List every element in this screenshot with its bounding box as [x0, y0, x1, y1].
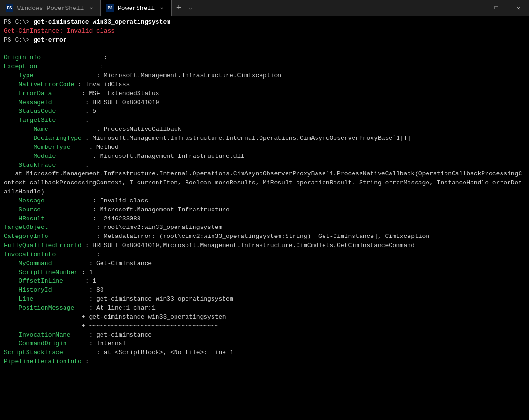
line-nativeerrorcode: NativeErrorCode : InvalidClass: [4, 81, 525, 90]
prompt-2: PS C:\>: [4, 37, 33, 44]
line-position-detail2: + ~~~~~~~~~~~~~~~~~~~~~~~~~~~~~~~~~~~: [4, 322, 525, 331]
line-pipelineiterationinfo: PipelineIterationInfo :: [4, 357, 525, 366]
terminal-output: PS C:\> get-ciminstance win33_operatings…: [0, 16, 529, 420]
line-scriptstacktrace: ScriptStackTrace : at <ScriptBlock>, <No…: [4, 348, 525, 357]
close-button[interactable]: ✕: [507, 0, 529, 16]
tab1-label: Windows PowerShell: [17, 5, 84, 12]
line-statuscode: StatusCode : 5: [4, 107, 525, 116]
line-mycommand: MyCommand : Get-CimInstance: [4, 259, 525, 268]
line-fullyqualifiederrorid: FullyQualifiedErrorId : HRESULT 0x800410…: [4, 241, 525, 250]
line-positionmessage: PositionMessage : At line:1 char:1: [4, 304, 525, 313]
line-module: Module : Microsoft.Management.Infrastruc…: [4, 152, 525, 161]
line-declaringtype: DeclaringType : Microsoft.Management.Inf…: [4, 134, 525, 143]
maximize-button[interactable]: □: [485, 0, 507, 16]
tab2-label: PowerShell: [118, 5, 155, 12]
line-type: Type : Microsoft.Management.Infrastructu…: [4, 72, 525, 81]
tab2-icon: PS: [106, 4, 114, 12]
line-position-detail1: + get-ciminstance win33_operatingsystem: [4, 313, 525, 322]
line-errordata: ErrorData : MSFT_ExtendedStatus: [4, 90, 525, 99]
line-hresult: HResult : -2146233088: [4, 215, 525, 224]
line-targetsite: TargetSite :: [4, 116, 525, 125]
line-offsetinline: OffsetInLine : 1: [4, 277, 525, 286]
line-1: PS C:\> get-ciminstance win33_operatings…: [4, 18, 525, 27]
line-commandorigin: CommandOrigin : Internal: [4, 339, 525, 348]
line-stacktrace: StackTrace :: [4, 161, 525, 170]
line-invocationname: InvocationName : get-ciminstance: [4, 331, 525, 340]
line-categoryinfo: CategoryInfo : MetadataError: (root\cimv…: [4, 232, 525, 241]
line-scriptlinenumber: ScriptLineNumber : 1: [4, 268, 525, 277]
line-source: Source : Microsoft.Management.Infrastruc…: [4, 206, 525, 215]
titlebar: PS Windows PowerShell ✕ PS PowerShell ✕ …: [0, 0, 529, 16]
line-membertype: MemberType : Method: [4, 143, 525, 152]
tab2-close[interactable]: ✕: [158, 4, 166, 12]
line-exception: Exception :: [4, 63, 525, 72]
line-message: Message : Invalid class: [4, 197, 525, 206]
line-stacktrace-detail: at Microsoft.Management.Infrastructure.I…: [4, 170, 525, 197]
line-line: Line : get-ciminstance win33_operatingsy…: [4, 295, 525, 304]
line-historyid: HistoryId : 83: [4, 286, 525, 295]
cmd-1: get-ciminstance win33_operatingsystem: [33, 18, 170, 26]
window-controls: — □ ✕: [464, 0, 529, 16]
tab-dropdown-button[interactable]: ⌄: [186, 0, 195, 16]
tab-windows-powershell[interactable]: PS Windows PowerShell ✕: [0, 0, 101, 16]
minimize-button[interactable]: —: [464, 0, 485, 16]
line-3: PS C:\> get-error: [4, 36, 525, 45]
line-messageid: MessageId : HRESULT 0x80041010: [4, 99, 525, 108]
line-name: Name : ProcessNativeCallback: [4, 125, 525, 134]
cmd-2: get-error: [33, 37, 66, 44]
tab1-close[interactable]: ✕: [87, 4, 94, 12]
line-blank: [4, 45, 525, 54]
line-targetobject: TargetObject : root\cimv2:win33_operatin…: [4, 223, 525, 232]
line-2: Get-CimInstance: Invalid class: [4, 27, 525, 36]
new-tab-button[interactable]: +: [172, 0, 186, 16]
prompt-1: PS C:\>: [4, 18, 33, 26]
line-invocationinfo: InvocationInfo :: [4, 250, 525, 259]
tab1-icon: PS: [6, 4, 13, 12]
line-origininfo: OriginInfo :: [4, 54, 525, 63]
tab-powershell[interactable]: PS PowerShell ✕: [101, 0, 172, 16]
